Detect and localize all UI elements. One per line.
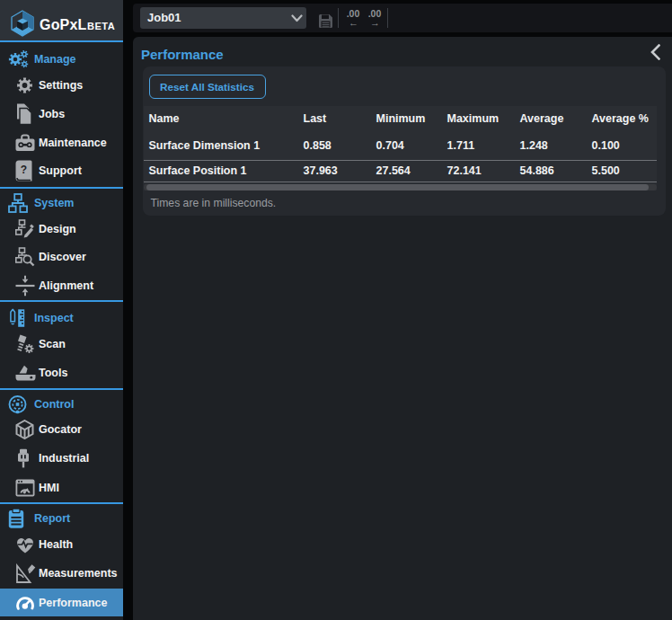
svg-text:?: ?: [21, 164, 27, 176]
